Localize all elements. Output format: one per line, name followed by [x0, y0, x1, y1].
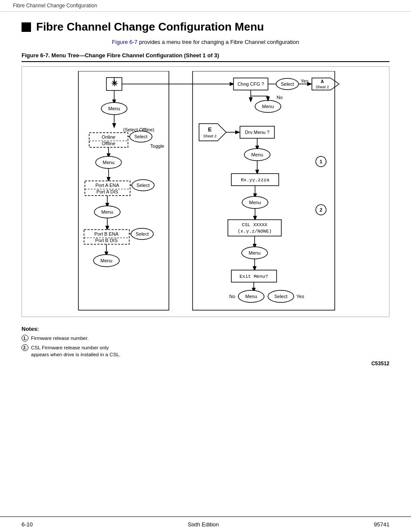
svg-text:Sheet 2: Sheet 2: [315, 85, 329, 89]
main-content: Fibre Channel Change Configuration Menu …: [0, 12, 411, 516]
header-bar: Fibre Channel Change Configuration: [0, 0, 411, 12]
svg-text:E: E: [208, 126, 212, 133]
title-text: Fibre Channel Change Configuration Menu: [36, 20, 264, 34]
intro-rest: provides a menu tree for changing a Fibr…: [137, 39, 299, 45]
svg-text:No: No: [277, 95, 283, 100]
note-item-1: 1. Firmware release number.: [22, 335, 389, 342]
svg-text:Sheet 2: Sheet 2: [203, 134, 216, 138]
svg-text:Select: Select: [134, 134, 148, 139]
svg-text:Menu: Menu: [249, 250, 261, 255]
footer-center: Sixth Edition: [188, 521, 219, 528]
figure-code: C53512: [22, 361, 389, 367]
svg-text:Select: Select: [136, 231, 149, 236]
svg-text:Exit Menu?: Exit Menu?: [240, 274, 268, 279]
footer: 6-10 Sixth Edition 95741: [0, 516, 411, 532]
svg-text:Offline: Offline: [102, 141, 115, 146]
diagram-container: ✳ Menu (Select Offline) Online Offline S…: [22, 66, 389, 317]
note-item-2: 2. CSL Firmware release number onlyappea…: [22, 344, 389, 358]
svg-text:Menu: Menu: [103, 160, 115, 165]
note-number-2: 2.: [22, 344, 28, 351]
svg-text:Select: Select: [137, 183, 150, 188]
flowchart-svg: ✳ Menu (Select Offline) Online Offline S…: [46, 71, 365, 312]
svg-text:Select: Select: [274, 294, 288, 299]
svg-text:Menu: Menu: [251, 152, 263, 157]
footer-left: 6-10: [22, 521, 33, 528]
svg-text:Yes: Yes: [301, 78, 308, 84]
intro-paragraph: Figure 6-7 provides a menu tree for chan…: [22, 39, 389, 45]
svg-text:1: 1: [320, 159, 322, 164]
svg-text:Port A DIS: Port A DIS: [97, 189, 118, 194]
notes-title: Notes:: [22, 326, 389, 332]
notes-section: Notes: 1. Firmware release number. 2. CS…: [22, 326, 389, 367]
svg-text:A: A: [321, 79, 324, 84]
breadcrumb: Fibre Channel Change Configuration: [13, 3, 97, 9]
page: Fibre Channel Change Configuration Fibre…: [0, 0, 411, 532]
svg-text:Toggle: Toggle: [150, 143, 164, 149]
svg-text:Menu: Menu: [108, 106, 120, 111]
note-text-1: Firmware release number.: [31, 335, 89, 342]
note-number-1: 1.: [22, 335, 28, 342]
svg-text:Rx.yy.zzza: Rx.yy.zzza: [241, 177, 269, 183]
svg-text:Online: Online: [102, 134, 115, 140]
svg-text:2: 2: [320, 207, 322, 212]
title-icon: [22, 22, 31, 32]
svg-text:Port B DIS: Port B DIS: [95, 238, 118, 243]
svg-text:Drv Menu ?: Drv Menu ?: [245, 130, 270, 135]
footer-right: 95741: [374, 521, 389, 528]
svg-text:No: No: [229, 294, 235, 299]
svg-text:Chng CFG ?: Chng CFG ?: [237, 81, 264, 87]
svg-text:Menu: Menu: [249, 200, 261, 205]
figure-caption: Figure 6-7. Menu Tree—Change Fibre Chann…: [22, 52, 389, 62]
svg-text:Menu: Menu: [262, 104, 274, 109]
note-text-2: CSL Firmware release number onlyappears …: [31, 344, 121, 358]
figure-link[interactable]: Figure 6-7: [112, 39, 137, 45]
page-title: Fibre Channel Change Configuration Menu: [22, 20, 389, 34]
svg-text:Menu: Menu: [101, 209, 113, 215]
svg-text:Select: Select: [281, 81, 294, 87]
svg-text:CSL XXXXX: CSL XXXXX: [242, 222, 268, 227]
svg-text:Port A ENA: Port A ENA: [95, 183, 119, 188]
svg-text:Port B ENA: Port B ENA: [94, 231, 119, 236]
svg-marker-59: [199, 124, 226, 141]
svg-text:Menu: Menu: [245, 294, 257, 299]
svg-text:Menu: Menu: [100, 258, 112, 263]
svg-text:(x.y.z/NONE): (x.y.z/NONE): [237, 229, 271, 234]
svg-text:Yes: Yes: [296, 294, 304, 299]
